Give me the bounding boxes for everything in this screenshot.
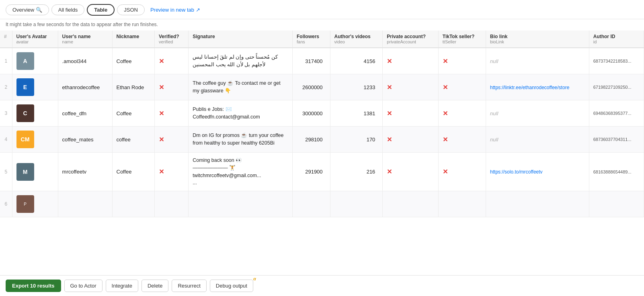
null-value: null <box>490 137 498 143</box>
allfields-tab[interactable]: All fields <box>51 4 84 15</box>
row-tiktok-seller: ✕ <box>438 74 486 100</box>
export-button[interactable]: Export 10 results <box>6 280 61 292</box>
table-row-partial: 6P <box>0 191 644 217</box>
row-private: ✕ <box>383 48 438 74</box>
row-nickname: coffee <box>112 127 154 153</box>
integrate-button[interactable]: Integrate <box>106 280 138 292</box>
table-row: 2EethanrodecoffeeEthan Rode✕The coffee g… <box>0 74 644 100</box>
null-value: null <box>490 58 498 64</box>
row-signature: كن مُحسناً حتى وإن لم تلقَ إحسانا ليس لأ… <box>189 48 293 74</box>
cross-icon: ✕ <box>443 110 448 117</box>
cross-icon: ✕ <box>443 84 448 91</box>
row-username: ethanrodecoffee <box>58 74 112 100</box>
row-username: .amool344 <box>58 48 112 74</box>
row-nickname: Coffee <box>112 48 154 74</box>
table-row: 1A.amool344Coffee✕كن مُحسناً حتى وإن لم … <box>0 48 644 74</box>
col-author-videos: Author's videosvideo <box>330 31 383 48</box>
row-avatar: E <box>12 74 58 100</box>
row-num: 2 <box>0 74 12 100</box>
table-row: 3Ccoffee_dfnCoffee✕Publis e Jobs: ✉️ Cof… <box>0 100 644 127</box>
top-nav: Overview 🔍 All fields Table JSON Preview… <box>0 0 644 19</box>
bio-link-anchor[interactable]: https://solo.to/mrcoffeetv <box>490 169 543 175</box>
row-verified: ✕ <box>154 74 188 100</box>
row-bio-link: null <box>486 100 589 127</box>
bottom-bar: Export 10 results Go to Actor Integrate … <box>0 275 644 296</box>
data-table: # User's Avataravatar User's namename Ni… <box>0 31 644 217</box>
overview-tab[interactable]: Overview 🔍 <box>6 4 49 15</box>
row-signature: The coffee guy ☕ To contact me or get my… <box>189 74 293 100</box>
row-bio-link: null <box>486 48 589 74</box>
row-nickname: Coffee <box>112 153 154 191</box>
row-signature: Coming back soon 👀 ——————— 🏋️ twitchmrco… <box>189 153 293 191</box>
cross-icon: ✕ <box>387 168 392 175</box>
col-verified: Verified?verified <box>154 31 188 48</box>
row-tiktok-seller: ✕ <box>438 48 486 74</box>
subtitle-text: It might take a few seconds for the data… <box>0 19 644 31</box>
row-num: 3 <box>0 100 12 127</box>
row-username: mrcoffeetv <box>58 153 112 191</box>
cross-icon: ✕ <box>159 110 164 117</box>
row-author-videos: 4156 <box>330 48 383 74</box>
row-followers: 298100 <box>292 127 330 153</box>
col-avatar: User's Avataravatar <box>12 31 58 48</box>
row-num: 1 <box>0 48 12 74</box>
row-num: 4 <box>0 127 12 153</box>
row-verified: ✕ <box>154 100 188 127</box>
row-author-id: 68737342218583... <box>589 48 644 74</box>
row-bio-link[interactable]: https://solo.to/mrcoffeetv <box>486 153 589 191</box>
row-tiktok-seller: ✕ <box>438 100 486 127</box>
delete-button[interactable]: Delete <box>142 280 169 292</box>
col-nickname: Nickname <box>112 31 154 48</box>
row-author-id: 67198227109250... <box>589 74 644 100</box>
col-username: User's namename <box>58 31 112 48</box>
row-verified: ✕ <box>154 48 188 74</box>
row-private: ✕ <box>383 74 438 100</box>
resurrect-button[interactable]: Resurrect <box>172 280 206 292</box>
cross-icon: ✕ <box>387 110 392 117</box>
row-num: 5 <box>0 153 12 191</box>
row-tiktok-seller: ✕ <box>438 153 486 191</box>
row-author-videos: 170 <box>330 127 383 153</box>
row-private: ✕ <box>383 153 438 191</box>
json-tab[interactable]: JSON <box>117 4 145 15</box>
cross-icon: ✕ <box>387 58 392 65</box>
alpha-badge: α <box>253 276 256 281</box>
table-wrapper[interactable]: # User's Avataravatar User's namename Ni… <box>0 31 644 275</box>
preview-link[interactable]: Preview in new tab ↗ <box>147 5 203 15</box>
col-tiktok-seller: TikTok seller?ttSeller <box>438 31 486 48</box>
null-value: null <box>490 110 498 116</box>
row-private: ✕ <box>383 127 438 153</box>
row-followers: 317400 <box>292 48 330 74</box>
go-to-actor-button[interactable]: Go to Actor <box>64 280 103 292</box>
cross-icon: ✕ <box>387 136 392 143</box>
row-nickname: Coffee <box>112 100 154 127</box>
table-row: 5MmrcoffeetvCoffee✕Coming back soon 👀 ——… <box>0 153 644 191</box>
row-followers: 2600000 <box>292 74 330 100</box>
cross-icon: ✕ <box>443 58 448 65</box>
row-author-id: 68163888654489... <box>589 153 644 191</box>
row-author-id: 69486368395377... <box>589 100 644 127</box>
row-avatar: A <box>12 48 58 74</box>
row-verified: ✕ <box>154 153 188 191</box>
row-avatar: M <box>12 153 58 191</box>
cross-icon: ✕ <box>159 168 164 175</box>
bio-link-anchor[interactable]: https://linktr.ee/ethanrodecoffee/store <box>490 85 569 90</box>
cross-icon: ✕ <box>159 58 164 65</box>
row-author-videos: 1233 <box>330 74 383 100</box>
debug-output-button[interactable]: Debug output <box>210 280 253 292</box>
row-followers: 3000000 <box>292 100 330 127</box>
col-author-id: Author IDid <box>589 31 644 48</box>
col-num: # <box>0 31 12 48</box>
col-followers: Followersfans <box>292 31 330 48</box>
row-author-videos: 1381 <box>330 100 383 127</box>
row-followers: 291900 <box>292 153 330 191</box>
row-private: ✕ <box>383 100 438 127</box>
row-author-videos: 216 <box>330 153 383 191</box>
row-author-id: 68736037704311... <box>589 127 644 153</box>
row-username: coffee_mates <box>58 127 112 153</box>
table-row: 4CMcoffee_matescoffee✕Dm on IG for promo… <box>0 127 644 153</box>
col-private: Private account?privateAccount <box>383 31 438 48</box>
table-tab[interactable]: Table <box>87 4 115 16</box>
row-bio-link[interactable]: https://linktr.ee/ethanrodecoffee/store <box>486 74 589 100</box>
row-verified: ✕ <box>154 127 188 153</box>
